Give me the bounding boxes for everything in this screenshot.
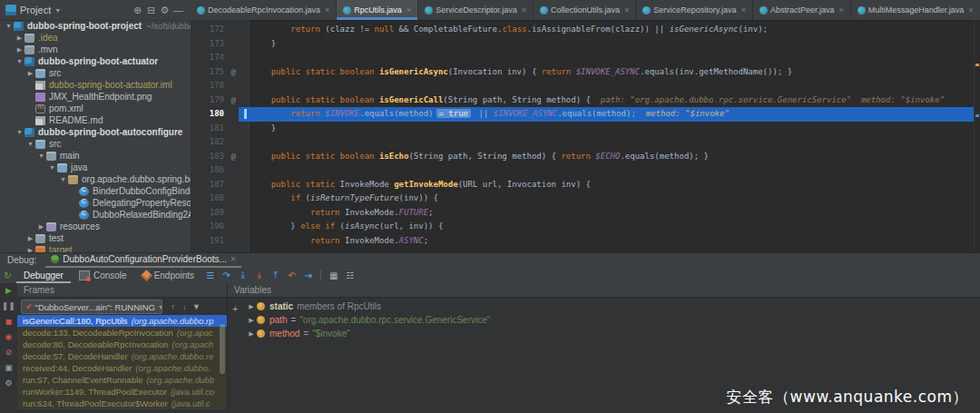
settings-icon[interactable]: ⚙ — [158, 5, 172, 16]
execution-line[interactable]: 180 return $INVOKE.equals(method)= true … — [191, 107, 980, 122]
tree-item[interactable]: ▶.mvn — [0, 44, 191, 55]
close-icon[interactable]: × — [838, 5, 843, 15]
code-line[interactable]: 181 } — [191, 122, 980, 136]
view-breakpoints-icon[interactable]: ◉ — [5, 332, 13, 341]
frame-row[interactable]: run:57, ChannelEventRunnable(org.apache.… — [17, 374, 227, 386]
chevron-right-icon[interactable]: ▶ — [246, 303, 257, 310]
mute-breakpoints-icon[interactable]: ⊘ — [5, 348, 13, 357]
code-line[interactable]: 182 — [191, 135, 980, 150]
code-editor[interactable]: 172 return (clazz != null && Completable… — [191, 20, 980, 252]
tab-endpoints[interactable]: Endpoints — [135, 267, 201, 283]
tree-item[interactable]: ▼dubbo-spring-boot-actuator — [0, 55, 191, 67]
code-line[interactable]: 172 return (clazz != null && Completable… — [191, 23, 980, 37]
line-number[interactable]: 188 — [191, 192, 228, 206]
chevron-right-icon[interactable]: ▶ — [25, 70, 35, 77]
line-number[interactable]: 191 — [191, 234, 228, 249]
next-frame-icon[interactable]: ↓ — [179, 302, 191, 311]
chevron-down-icon[interactable]: ▼ — [4, 23, 14, 29]
line-number[interactable]: 182 — [191, 135, 228, 150]
line-number[interactable]: 186 — [191, 163, 228, 178]
resume-icon[interactable]: ▶ — [5, 286, 12, 295]
project-panel-title[interactable]: Project — [20, 5, 51, 15]
line-number[interactable]: 183 — [191, 150, 228, 164]
tree-item[interactable]: ▶resources — [0, 221, 191, 232]
chevron-right-icon[interactable]: ▶ — [36, 223, 46, 231]
tree-item[interactable]: BinderDubboConfigBinder — [0, 185, 191, 197]
close-icon[interactable]: × — [624, 5, 629, 15]
thread-selector[interactable]: ✔ "DubboServer...ain": RUNNING ▼ — [21, 300, 162, 314]
debug-session-tab[interactable]: DubboAutoConfigurationProviderBoots... × — [45, 252, 241, 268]
editor-tab[interactable]: ServiceDescriptor.java× — [418, 0, 534, 20]
variable-row[interactable]: ▶path="org.apache.dubbo.rpc.service.Gene… — [246, 313, 980, 327]
line-number[interactable]: 173 — [191, 37, 228, 52]
close-icon[interactable]: × — [741, 5, 746, 15]
chevron-right-icon[interactable]: ▶ — [246, 330, 257, 338]
editor-tab[interactable]: CollectionUtils.java× — [534, 0, 636, 20]
evaluate-expression-icon[interactable]: ▦ — [326, 270, 341, 280]
chevron-right-icon[interactable]: ▶ — [25, 235, 35, 242]
editor-tab[interactable]: ServiceRepository.java× — [636, 0, 753, 20]
close-icon[interactable]: × — [522, 5, 526, 15]
chevron-down-icon[interactable]: ▼ — [58, 176, 68, 182]
tree-item[interactable]: ▶test — [0, 232, 191, 244]
line-number[interactable]: 174 — [191, 51, 228, 65]
code-line[interactable]: 179@ public static boolean isGenericCall… — [191, 93, 980, 108]
tree-item[interactable]: DubboRelaxedBinding2Au — [0, 209, 191, 221]
code-line[interactable]: 178 — [191, 79, 980, 93]
frame-row[interactable]: isGenericCall:180, RpcUtils(org.apache.d… — [17, 315, 227, 327]
line-number[interactable]: 175 — [191, 65, 228, 80]
chevron-right-icon[interactable]: ▶ — [246, 317, 257, 324]
code-line[interactable]: 173 } — [191, 37, 980, 52]
add-watch-icon[interactable]: + — [232, 303, 238, 314]
close-icon[interactable]: × — [230, 254, 236, 264]
hide-panel-icon[interactable]: — — [172, 5, 185, 16]
chevron-right-icon[interactable]: ▶ — [15, 34, 24, 42]
layout-settings-icon[interactable]: ☷ — [342, 270, 358, 280]
tree-item[interactable]: ▼main — [0, 150, 191, 162]
tree-item[interactable]: ▶src — [0, 67, 191, 79]
editor-tab[interactable]: MultiMessageHandler.java× — [851, 0, 980, 20]
line-number[interactable]: 181 — [191, 122, 228, 136]
filter-frames-icon[interactable]: ▼ — [191, 302, 202, 311]
frame-row[interactable]: received:44, DecodeHandler(org.apache.du… — [17, 362, 227, 374]
code-line[interactable]: 188 if (isReturnTypeFuture(inv)) { — [191, 192, 980, 206]
line-number[interactable]: 172 — [191, 23, 228, 37]
code-line[interactable]: 190 } else if (isAsync(url, inv)) { — [191, 220, 980, 234]
collapse-all-icon[interactable]: ⊟ — [144, 5, 158, 16]
code-line[interactable]: 174 — [191, 51, 980, 65]
chevron-down-icon[interactable]: ▼ — [15, 58, 24, 64]
code-line[interactable]: 183@ public static boolean isEcho(String… — [191, 150, 980, 164]
close-icon[interactable]: × — [407, 5, 411, 15]
tree-item[interactable]: ▼src — [0, 138, 191, 150]
code-line[interactable]: 186 — [191, 163, 980, 178]
chevron-down-icon[interactable]: ▼ — [54, 7, 61, 14]
variable-row[interactable]: ▶staticmembers of RpcUtils — [246, 300, 980, 313]
code-line[interactable]: 191 return InvokeMode.ASYNC; — [191, 234, 980, 249]
chevron-down-icon[interactable]: ▼ — [36, 152, 46, 159]
frame-row[interactable]: runWorker:1149, ThreadPoolExecutor(java.… — [17, 386, 227, 398]
tree-item[interactable]: ▼dubbo-spring-boot-project~/soft/dubbo — [0, 20, 191, 32]
code-line[interactable]: 187 public static InvokeMode getInvokeMo… — [191, 178, 980, 192]
editor-tab[interactable]: DecodeableRpcInvocation.java× — [191, 0, 337, 20]
force-step-into-icon[interactable]: ⤓ — [251, 270, 267, 280]
step-into-icon[interactable]: ⤓ — [235, 270, 250, 280]
tree-item[interactable]: ▶target — [0, 244, 191, 252]
editor-tab[interactable]: RpcUtils.java× — [337, 0, 418, 20]
tree-item[interactable]: JMX_HealthEndpoint.png — [0, 91, 191, 103]
frame-row[interactable]: decode:80, DecodeableRpcInvocation(org.a… — [17, 339, 227, 350]
editor-scrollbar[interactable] — [974, 20, 980, 252]
line-number[interactable]: 187 — [191, 178, 228, 192]
step-out-icon[interactable]: ⤒ — [268, 270, 283, 280]
tree-item[interactable]: DelegatingPropertyResolv — [0, 197, 191, 209]
locate-icon[interactable]: ⊕ — [131, 5, 144, 16]
code-line[interactable]: 189 return InvokeMode.FUTURE; — [191, 206, 980, 221]
chevron-down-icon[interactable]: ▼ — [15, 129, 24, 135]
code-line[interactable]: 175@ public static boolean isGenericAsyn… — [191, 65, 980, 80]
tree-item[interactable]: ▼java — [0, 162, 191, 173]
run-to-cursor-icon[interactable]: ⇥ — [300, 270, 316, 280]
tree-item[interactable]: pom.xml — [0, 103, 191, 114]
tab-console[interactable]: Console — [72, 267, 134, 283]
line-number[interactable]: 179 — [191, 93, 228, 108]
line-number[interactable]: 190 — [191, 220, 228, 234]
close-icon[interactable]: × — [968, 5, 973, 15]
